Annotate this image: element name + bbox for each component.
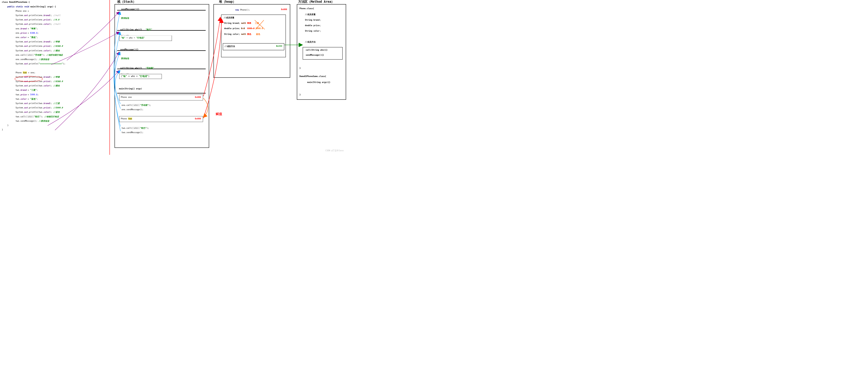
watermark: CSDN @丁忍学Java (326, 149, 344, 152)
heap-title: 堆（heap） (219, 0, 236, 4)
divider-line (110, 0, 110, 155)
stack-panel: sendMessage(){} 群发短信 call(String who){} … (115, 4, 209, 148)
source-code: class Demo03PhoneSame { public static vo… (2, 0, 107, 132)
assign-label: 赋值 (216, 112, 222, 116)
stack-title: 栈（Stack） (117, 0, 136, 4)
methodarea-title: 方法区（Method Area） (298, 0, 334, 4)
methodarea-panel: Phone.class{ //成员变量 String brand； double… (297, 4, 346, 100)
heap-panel: new Phone(); 0x666 //成员变量 String brand; … (213, 4, 290, 78)
highlight-ellipse (14, 76, 42, 82)
